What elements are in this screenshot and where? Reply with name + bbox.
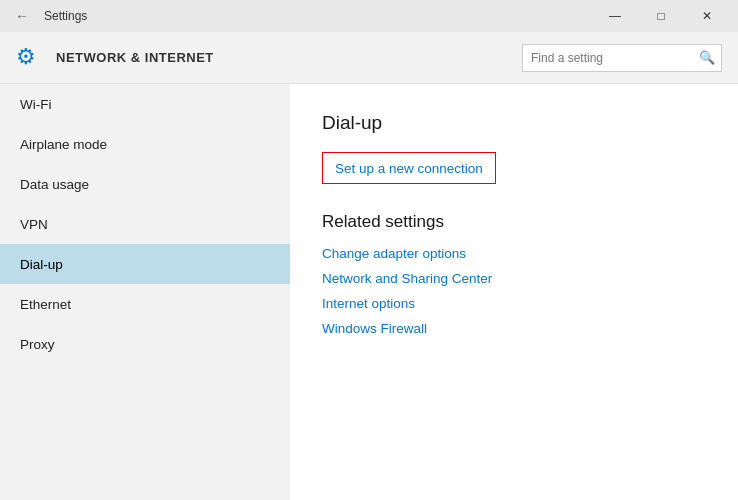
- titlebar-title: Settings: [44, 9, 87, 23]
- sidebar-item-data-usage[interactable]: Data usage: [0, 164, 290, 204]
- related-link-change-adapter-options[interactable]: Change adapter options: [322, 246, 706, 261]
- related-link-internet-options[interactable]: Internet options: [322, 296, 706, 311]
- back-icon: ←: [15, 8, 29, 24]
- sidebar: Wi-FiAirplane modeData usageVPNDial-upEt…: [0, 84, 290, 500]
- titlebar-controls: — □ ✕: [592, 0, 730, 32]
- sidebar-item-airplane-mode[interactable]: Airplane mode: [0, 124, 290, 164]
- content-area: Dial-up Set up a new connection Related …: [290, 84, 738, 500]
- sidebar-item-ethernet[interactable]: Ethernet: [0, 284, 290, 324]
- app-header: ⚙ NETWORK & INTERNET 🔍: [0, 32, 738, 84]
- back-button[interactable]: ←: [8, 2, 36, 30]
- setup-new-connection-link[interactable]: Set up a new connection: [335, 161, 483, 176]
- search-box: 🔍: [522, 44, 722, 72]
- sidebar-item-dial-up[interactable]: Dial-up: [0, 244, 290, 284]
- minimize-button[interactable]: —: [592, 0, 638, 32]
- maximize-button[interactable]: □: [638, 0, 684, 32]
- setup-new-connection-box[interactable]: Set up a new connection: [322, 152, 496, 184]
- related-link-network-and-sharing-center[interactable]: Network and Sharing Center: [322, 271, 706, 286]
- related-settings-title: Related settings: [322, 212, 706, 232]
- related-links-container: Change adapter optionsNetwork and Sharin…: [322, 246, 706, 336]
- sidebar-item-proxy[interactable]: Proxy: [0, 324, 290, 364]
- main-layout: Wi-FiAirplane modeData usageVPNDial-upEt…: [0, 84, 738, 500]
- titlebar-left: ← Settings: [8, 2, 592, 30]
- sidebar-item-wi-fi[interactable]: Wi-Fi: [0, 84, 290, 124]
- section-title: Dial-up: [322, 112, 706, 134]
- sidebar-item-vpn[interactable]: VPN: [0, 204, 290, 244]
- search-icon[interactable]: 🔍: [693, 44, 721, 72]
- settings-gear-icon: ⚙: [16, 44, 44, 72]
- app-title: NETWORK & INTERNET: [56, 50, 510, 65]
- titlebar: ← Settings — □ ✕: [0, 0, 738, 32]
- search-input[interactable]: [523, 51, 693, 65]
- related-link-windows-firewall[interactable]: Windows Firewall: [322, 321, 706, 336]
- close-button[interactable]: ✕: [684, 0, 730, 32]
